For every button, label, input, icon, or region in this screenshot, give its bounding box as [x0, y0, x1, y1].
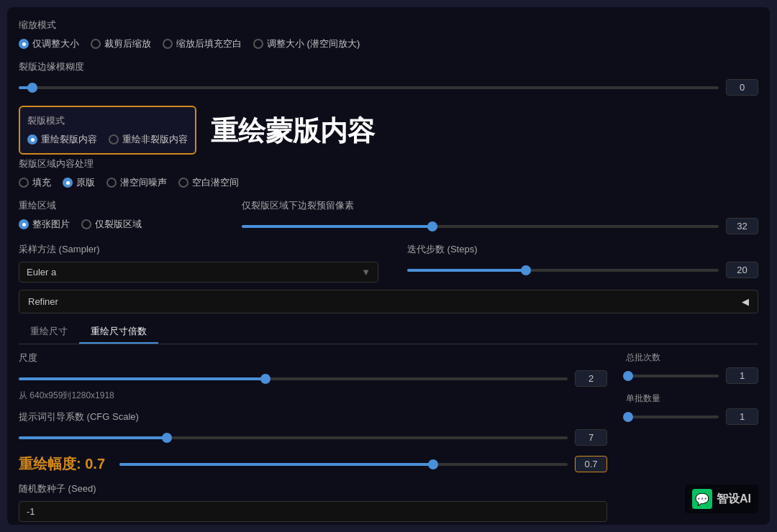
sampler-dropdown[interactable]: Euler a ▼ [19, 262, 378, 283]
zoom-option-4-label: 调整大小 (潜空间放大) [267, 37, 360, 50]
mask-bottom-pixels-slider[interactable] [242, 219, 719, 234]
ra-label-2: 仅裂版区域 [95, 218, 142, 231]
ra-label-1: 整张图片 [32, 218, 70, 231]
zoom-option-4[interactable]: 调整大小 (潜空间放大) [253, 37, 360, 50]
mask-area-process-label: 裂版区域内容处理 [19, 157, 758, 170]
mask-mode-radio-2[interactable] [109, 134, 119, 145]
zoom-radio-2[interactable] [91, 39, 101, 49]
steps-row: 20 [407, 262, 758, 278]
total-batches-value[interactable]: 1 [726, 367, 758, 384]
tab-redraw-size[interactable]: 重绘尺寸 [19, 321, 79, 344]
scale-note: 从 640x959到1280x1918 [19, 390, 607, 402]
mask-area-process-options: 填充 原版 潜空间噪声 空白潜空间 [19, 176, 758, 189]
map-radio-3[interactable] [106, 178, 117, 188]
mask-mode-header-row: 裂版模式 重绘裂版内容 重绘非裂版内容 重绘蒙版内容 [19, 106, 758, 157]
steps-value[interactable]: 20 [726, 262, 758, 278]
mask-mode-option-2[interactable]: 重绘非裂版内容 [109, 133, 188, 146]
zoom-option-3-label: 缩放后填充空白 [176, 37, 242, 50]
redraw-area-section: 重绘区域 整张图片 仅裂版区域 [19, 199, 235, 234]
map-option-3[interactable]: 潜空间噪声 [106, 176, 167, 189]
mask-edge-blur-section: 裂版边缘模糊度 0 [19, 60, 758, 96]
zoom-mode-section: 缩放模式 仅调整大小 裁剪后缩放 缩放后填充空白 调整大小 (潜空间放大) [19, 19, 758, 50]
cfg-scale-value[interactable]: 7 [575, 429, 607, 446]
refiner-label: Refiner [28, 296, 58, 307]
scale-label: 尺度 [19, 352, 607, 364]
mask-mode-radio-1[interactable] [27, 134, 37, 145]
scale-slider[interactable] [19, 372, 568, 386]
zoom-mode-options: 仅调整大小 裁剪后缩放 缩放后填充空白 调整大小 (潜空间放大) [19, 37, 758, 50]
batch-size-row: 1 [626, 408, 758, 425]
mask-edge-blur-row: 0 [19, 79, 758, 96]
zoom-option-3[interactable]: 缩放后填充空白 [163, 37, 242, 50]
seed-label: 随机数种子 (Seed) [19, 482, 607, 495]
tab-redraw-size-multiplier[interactable]: 重绘尺寸倍数 [79, 321, 158, 344]
mask-mode-label-1: 重绘裂版内容 [41, 133, 97, 146]
mask-mode-section: 裂版模式 重绘裂版内容 重绘非裂版内容 [19, 106, 196, 157]
steps-slider[interactable] [407, 263, 719, 278]
ra-option-1[interactable]: 整张图片 [19, 218, 70, 231]
redraw-area-label: 重绘区域 [19, 199, 235, 212]
redraw-amplitude-section: 重绘幅度: 0.7 0.7 [19, 454, 607, 474]
ra-radio-1[interactable] [19, 219, 29, 229]
refiner-row[interactable]: Refiner ◀ [19, 290, 758, 313]
batch-size-slider[interactable] [626, 410, 719, 424]
watermark-text: 智设AI [717, 492, 751, 507]
zoom-mode-label: 缩放模式 [19, 19, 758, 32]
zoom-option-2[interactable]: 裁剪后缩放 [91, 37, 151, 50]
map-radio-4[interactable] [178, 178, 188, 188]
seed-section: 随机数种子 (Seed) [19, 482, 607, 522]
map-radio-2[interactable] [63, 178, 73, 188]
zoom-option-1[interactable]: 仅调整大小 [19, 37, 79, 50]
wechat-icon: 💬 [692, 489, 712, 509]
mask-bottom-pixels-label: 仅裂版区域下边裂预留像素 [242, 199, 758, 212]
main-container: 缩放模式 仅调整大小 裁剪后缩放 缩放后填充空白 调整大小 (潜空间放大) 裂版… [7, 7, 770, 525]
redraw-amplitude-slider[interactable] [119, 457, 568, 472]
page-title: 重绘蒙版内容 [211, 106, 375, 150]
mask-mode-label-2: 重绘非裂版内容 [122, 133, 188, 146]
map-option-2[interactable]: 原版 [63, 176, 95, 189]
zoom-radio-3[interactable] [163, 39, 173, 49]
mask-mode-options: 重绘裂版内容 重绘非裂版内容 [27, 133, 188, 146]
total-batches-label: 总批次数 [626, 352, 758, 364]
watermark: 💬 智设AI [685, 485, 758, 513]
seed-input[interactable] [19, 501, 607, 522]
zoom-radio-1[interactable] [19, 39, 29, 49]
total-batches-slider[interactable] [626, 369, 719, 383]
sampler-label: 采样方法 (Sampler) [19, 243, 400, 256]
mask-mode-box: 裂版模式 重绘裂版内容 重绘非裂版内容 [19, 106, 196, 155]
redraw-amplitude-value[interactable]: 0.7 [575, 456, 607, 472]
cfg-scale-label: 提示词引导系数 (CFG Scale) [19, 411, 607, 423]
mask-edge-blur-slider[interactable] [19, 81, 719, 95]
redraw-area-row: 重绘区域 整张图片 仅裂版区域 仅裂版区域下边裂预留像素 [19, 199, 758, 234]
steps-section: 迭代步数 (Steps) 20 [407, 243, 758, 283]
ra-radio-2[interactable] [81, 219, 91, 229]
batch-size-value[interactable]: 1 [726, 408, 758, 425]
scale-row: 2 [19, 370, 607, 387]
map-label-2: 原版 [76, 176, 95, 189]
mask-mode-option-1[interactable]: 重绘裂版内容 [27, 133, 97, 146]
redraw-area-options: 整张图片 仅裂版区域 [19, 218, 235, 231]
mask-edge-blur-label: 裂版边缘模糊度 [19, 60, 758, 73]
mask-area-process-section: 裂版区域内容处理 填充 原版 潜空间噪声 空白潜空间 [19, 157, 758, 189]
batch-size-label: 单批数量 [626, 393, 758, 405]
zoom-radio-4[interactable] [253, 39, 263, 49]
sampler-value: Euler a [27, 267, 56, 278]
redraw-amplitude-highlight-label: 重绘幅度: 0.7 [19, 454, 105, 474]
redraw-amplitude-row: 重绘幅度: 0.7 0.7 [19, 454, 607, 474]
scale-batches-row: 尺度 2 从 640x959到1280x1918 提示词引导系数 (CFG Sc… [19, 352, 758, 522]
mask-mode-title: 裂版模式 [27, 114, 188, 127]
map-option-4[interactable]: 空白潜空间 [178, 176, 239, 189]
scale-value[interactable]: 2 [575, 370, 607, 387]
map-label-1: 填充 [32, 176, 51, 189]
map-option-1[interactable]: 填充 [19, 176, 51, 189]
mask-edge-blur-value[interactable]: 0 [726, 79, 758, 96]
mask-bottom-pixels-value[interactable]: 32 [726, 218, 758, 234]
map-label-3: 潜空间噪声 [120, 176, 167, 189]
total-batches-section: 总批次数 1 [626, 352, 758, 384]
ra-option-2[interactable]: 仅裂版区域 [81, 218, 142, 231]
sampler-steps-row: 采样方法 (Sampler) Euler a ▼ 迭代步数 (Steps) 20 [19, 243, 758, 283]
map-radio-1[interactable] [19, 178, 29, 188]
sampler-section: 采样方法 (Sampler) Euler a ▼ [19, 243, 400, 283]
cfg-scale-slider[interactable] [19, 431, 568, 445]
dropdown-arrow-icon: ▼ [361, 267, 371, 278]
